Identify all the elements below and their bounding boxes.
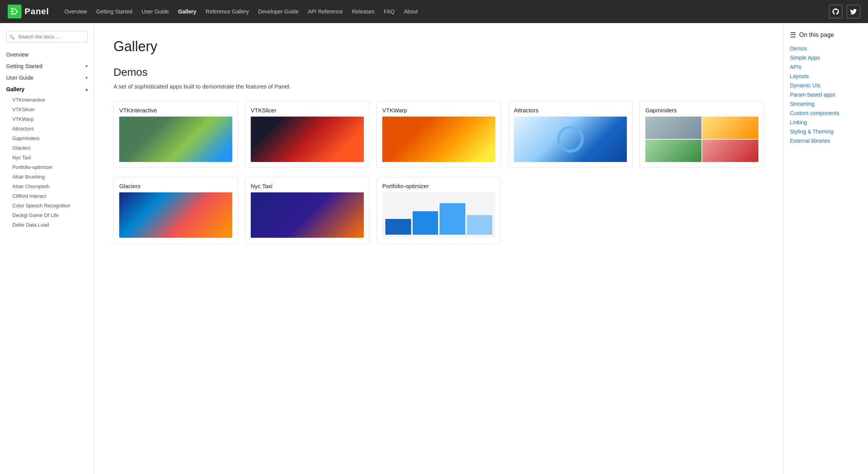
sidebar-item-gallery[interactable]: Gallery ▴: [0, 83, 94, 95]
left-sidebar: Overview Getting Started ▾ User Guide ▾ …: [0, 23, 94, 474]
sidebar-subitem-glaciers[interactable]: Glaciers: [0, 143, 94, 153]
sidebar-subitem-defer-data[interactable]: Defer Data Load: [0, 220, 94, 230]
twitter-link[interactable]: [846, 5, 860, 18]
sidebar-subitem-portfolio-optimizer[interactable]: Portfolio-optimizer: [0, 162, 94, 172]
sidebar-subitem-altair-brushing[interactable]: Altair Brushing: [0, 172, 94, 182]
sidebar-subitem-nyc-taxi[interactable]: Nyc Taxi: [0, 153, 94, 162]
right-link-external-libraries[interactable]: External libraries: [790, 138, 862, 144]
card-title: Gapminders: [640, 102, 764, 117]
search-input[interactable]: [6, 31, 88, 43]
sidebar-subitem-clifford-interact[interactable]: Clifford Interact: [0, 191, 94, 201]
nav-user-guide[interactable]: User Guide: [138, 5, 173, 18]
nav-gallery[interactable]: Gallery: [174, 5, 200, 18]
card-title: VTKSlicer: [245, 102, 369, 117]
demos-description: A set of sophisticated apps built to dem…: [113, 83, 764, 90]
logo-text: Panel: [25, 7, 49, 17]
sidebar-subitem-vtkwarp[interactable]: VTKWarp: [0, 114, 94, 124]
chevron-down-icon: ▾: [85, 63, 88, 69]
card-image-area: [114, 192, 238, 243]
card-glaciers[interactable]: Glaciers: [113, 177, 238, 244]
svg-rect-2: [11, 13, 13, 15]
nav-about[interactable]: About: [400, 5, 422, 18]
sidebar-subitem-altair-choropleth[interactable]: Altair Choropleth: [0, 182, 94, 191]
card-image-area: [245, 192, 369, 243]
card-thumbnail: [645, 117, 758, 162]
card-vtkinteractive[interactable]: VTKInteractive: [113, 101, 238, 168]
demos-section-title: Demos: [113, 66, 764, 78]
nav-faq[interactable]: FAQ: [380, 5, 398, 18]
sidebar-subitem-attractors[interactable]: Attractors: [0, 124, 94, 134]
right-link-streaming[interactable]: Streaming: [790, 101, 862, 107]
list-icon: ☰: [790, 31, 796, 39]
card-thumbnail: [251, 192, 364, 238]
gallery-subnav: VTKInteractive VTKSlicer VTKWarp Attract…: [0, 95, 94, 230]
right-link-linking[interactable]: Linking: [790, 119, 862, 125]
card-thumbnail: [382, 117, 495, 162]
card-image-area: [245, 117, 369, 167]
demo-cards-row2: Glaciers Nyc Taxi Portfolio-optimizer: [113, 177, 764, 244]
card-title: Portfolio-optimizer: [377, 177, 501, 192]
card-title: VTKInteractive: [114, 102, 238, 117]
sidebar-subitem-vtkinteractive[interactable]: VTKInteractive: [0, 95, 94, 105]
main-content: Gallery Demos A set of sophisticated app…: [94, 23, 783, 474]
page-layout: Overview Getting Started ▾ User Guide ▾ …: [0, 23, 868, 474]
card-nyc-taxi[interactable]: Nyc Taxi: [245, 177, 370, 244]
card-vtkwarp[interactable]: VTKWarp: [377, 101, 501, 168]
card-portfolio-optimizer[interactable]: Portfolio-optimizer: [377, 177, 501, 244]
top-navigation: Panel Overview Getting Started User Guid…: [0, 0, 868, 23]
nav-releases[interactable]: Releases: [348, 5, 378, 18]
card-title: Attractors: [508, 102, 632, 117]
right-sidebar-links: Demos Simple Apps APIs Layouts Dynamic U…: [790, 45, 862, 144]
logo-icon: [8, 5, 22, 18]
sidebar-nav: Overview Getting Started ▾ User Guide ▾ …: [0, 49, 94, 230]
right-link-styling[interactable]: Styling & Theming: [790, 129, 862, 135]
nav-developer-guide[interactable]: Developer Guide: [254, 5, 302, 18]
chevron-down-icon: ▾: [85, 75, 88, 80]
card-image-area: [377, 192, 501, 243]
right-sidebar-title: ☰ On this page: [790, 31, 862, 39]
svg-rect-1: [11, 10, 13, 12]
right-link-apis[interactable]: APIs: [790, 64, 862, 70]
demo-cards-row1: VTKInteractive VTKSlicer VTKWarp Attract…: [113, 101, 764, 168]
card-thumbnail: [514, 117, 627, 162]
right-sidebar: ☰ On this page Demos Simple Apps APIs La…: [783, 23, 868, 474]
sidebar-subitem-color-speech[interactable]: Color Speech Recognition: [0, 201, 94, 210]
card-thumbnail: [119, 117, 232, 162]
nav-getting-started[interactable]: Getting Started: [92, 5, 136, 18]
sidebar-subitem-gapminders[interactable]: Gapminders: [0, 134, 94, 143]
right-link-simple-apps[interactable]: Simple Apps: [790, 55, 862, 61]
card-attractors[interactable]: Attractors: [508, 101, 633, 168]
sidebar-item-user-guide[interactable]: User Guide ▾: [0, 72, 94, 83]
right-link-param-based-apps[interactable]: Param based apps: [790, 92, 862, 98]
card-title: Nyc Taxi: [245, 177, 369, 192]
card-image-area: [377, 117, 501, 167]
svg-rect-0: [11, 8, 13, 10]
right-link-layouts[interactable]: Layouts: [790, 73, 862, 79]
sidebar-item-getting-started[interactable]: Getting Started ▾: [0, 60, 94, 72]
card-thumbnail: [382, 192, 495, 238]
card-title: VTKWarp: [377, 102, 501, 117]
card-vtkslicer[interactable]: VTKSlicer: [245, 101, 370, 168]
sidebar-subitem-deckgl[interactable]: Deckgl Game Of Life: [0, 210, 94, 220]
right-link-dynamic-uis[interactable]: Dynamic UIs: [790, 82, 862, 88]
card-image-area: [640, 117, 764, 167]
card-image-area: [114, 117, 238, 167]
card-image-area: [508, 117, 632, 167]
card-thumbnail: [251, 117, 364, 162]
card-gapminders[interactable]: Gapminders: [640, 101, 764, 168]
nav-links: Overview Getting Started User Guide Gall…: [61, 5, 829, 18]
topnav-icons: [829, 5, 860, 18]
sidebar-item-overview[interactable]: Overview: [0, 49, 94, 60]
chevron-up-icon: ▴: [85, 87, 88, 92]
card-title: Glaciers: [114, 177, 238, 192]
github-link[interactable]: [829, 5, 843, 18]
right-link-custom-components[interactable]: Custom components: [790, 110, 862, 116]
logo[interactable]: Panel: [8, 5, 49, 18]
nav-overview[interactable]: Overview: [61, 5, 91, 18]
right-link-demos[interactable]: Demos: [790, 45, 862, 52]
nav-reference-gallery[interactable]: Reference Gallery: [202, 5, 253, 18]
sidebar-subitem-vtkslicer[interactable]: VTKSlicer: [0, 105, 94, 114]
page-title: Gallery: [113, 38, 764, 55]
card-thumbnail: [119, 192, 232, 238]
nav-api-reference[interactable]: API Reference: [304, 5, 347, 18]
